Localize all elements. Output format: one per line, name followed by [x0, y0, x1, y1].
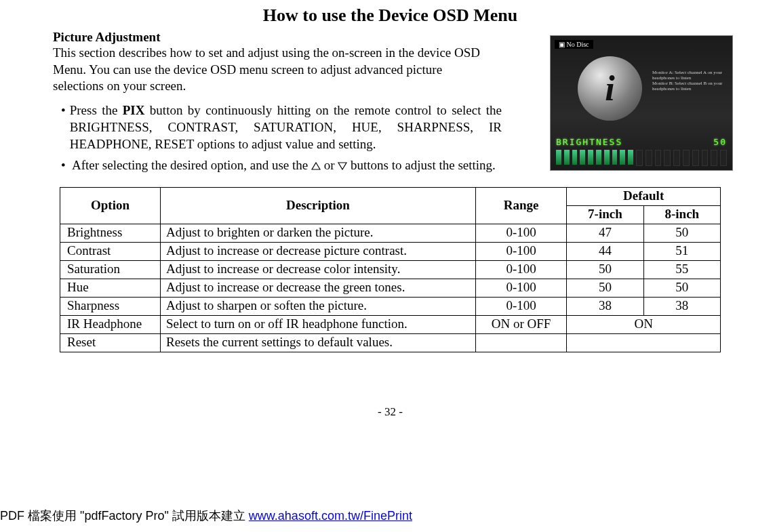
header-8-inch: 8-inch: [643, 206, 720, 224]
cell-description: Adjust to increase or decrease picture c…: [160, 243, 475, 261]
header-range: Range: [475, 188, 566, 224]
cell-option: Contrast: [60, 243, 161, 261]
cell-default-7: 50: [567, 279, 643, 298]
cell-default: ON: [567, 316, 721, 334]
svg-marker-0: [312, 163, 320, 169]
svg-marker-1: [338, 163, 346, 169]
cell-default-7: 44: [567, 243, 643, 261]
cell-description: Adjust to brighten or darken the picture…: [160, 224, 475, 243]
cell-range: 0-100: [475, 224, 566, 243]
cell-default-7: 50: [567, 261, 643, 279]
bullet-text: or: [324, 158, 338, 172]
cell-range: 0-100: [475, 279, 566, 298]
page-number: - 32 -: [53, 405, 728, 419]
cell-description: Adjust to sharpen or soften the picture.: [160, 298, 475, 316]
table-row: ResetResets the current settings to defa…: [60, 334, 721, 352]
cell-default-8: 50: [643, 279, 720, 298]
table-row: SharpnessAdjust to sharpen or soften the…: [60, 298, 721, 316]
cell-option: Sharpness: [60, 298, 161, 316]
cell-default-8: 50: [643, 224, 720, 243]
header-default: Default: [567, 188, 721, 206]
cell-option: Reset: [60, 334, 161, 352]
options-table: Option Description Range Default 7-inch …: [60, 187, 721, 352]
cell-option: Brightness: [60, 224, 161, 243]
list-item: • Press the PIX button by continuously h…: [61, 102, 502, 152]
table-row: SaturationAdjust to increase or decrease…: [60, 261, 721, 279]
footer-link[interactable]: www.ahasoft.com.tw/FinePrint: [249, 509, 412, 523]
table-row: ContrastAdjust to increase or decrease p…: [60, 243, 721, 261]
cell-default: [567, 334, 721, 352]
bullet-text: Press the: [70, 103, 123, 117]
cell-description: Adjust to increase or decrease color int…: [160, 261, 475, 279]
page-title: How to use the Device OSD Menu: [53, 5, 728, 26]
osd-illustration: ▣ No Disc Monitor A: Select channel A on…: [550, 35, 733, 171]
pdf-footer: PDF 檔案使用 "pdfFactory Pro" 試用版本建立 www.aha…: [0, 508, 412, 524]
cell-default-8: 51: [643, 243, 720, 261]
cell-description: Select to turn on or off IR headphone fu…: [160, 316, 475, 334]
illustration-caption: Monitor A: Select channel A on your head…: [652, 70, 727, 91]
table-row: IR HeadphoneSelect to turn on or off IR …: [60, 316, 721, 334]
cell-default-8: 38: [643, 298, 720, 316]
cell-range: 0-100: [475, 261, 566, 279]
header-description: Description: [160, 188, 475, 224]
table-row: HueAdjust to increase or decrease the gr…: [60, 279, 721, 298]
cell-description: Adjust to increase or decrease the green…: [160, 279, 475, 298]
pix-keyword: PIX: [123, 103, 145, 117]
triangle-down-icon: [338, 162, 347, 170]
table-row: BrightnessAdjust to brighten or darken t…: [60, 224, 721, 243]
cell-description: Resets the current settings to default v…: [160, 334, 475, 352]
bullet-text: buttons to adjust the setting.: [351, 158, 496, 172]
osd-bar-scale: [556, 150, 727, 166]
header-option: Option: [60, 188, 161, 224]
cell-option: Hue: [60, 279, 161, 298]
cell-range: 0-100: [475, 298, 566, 316]
osd-readout: BRIGHTNESS 50: [556, 137, 727, 147]
cell-range: 0-100: [475, 243, 566, 261]
bullet-text: After selecting the desired option, and …: [72, 158, 311, 172]
cell-default-8: 55: [643, 261, 720, 279]
cell-option: IR Headphone: [60, 316, 161, 334]
cell-default-7: 38: [567, 298, 643, 316]
no-disc-badge: ▣ No Disc: [555, 40, 593, 49]
header-7-inch: 7-inch: [567, 206, 643, 224]
intro-paragraph: This section describes how to set and ad…: [53, 45, 487, 95]
cell-option: Saturation: [60, 261, 161, 279]
cell-default-7: 47: [567, 224, 643, 243]
triangle-up-icon: [311, 162, 321, 170]
list-item: • After selecting the desired option, an…: [61, 157, 502, 173]
footer-text: PDF 檔案使用 "pdfFactory Pro" 試用版本建立: [0, 509, 249, 523]
cell-range: [475, 334, 566, 352]
cell-range: ON or OFF: [475, 316, 566, 334]
info-icon: [578, 56, 642, 121]
